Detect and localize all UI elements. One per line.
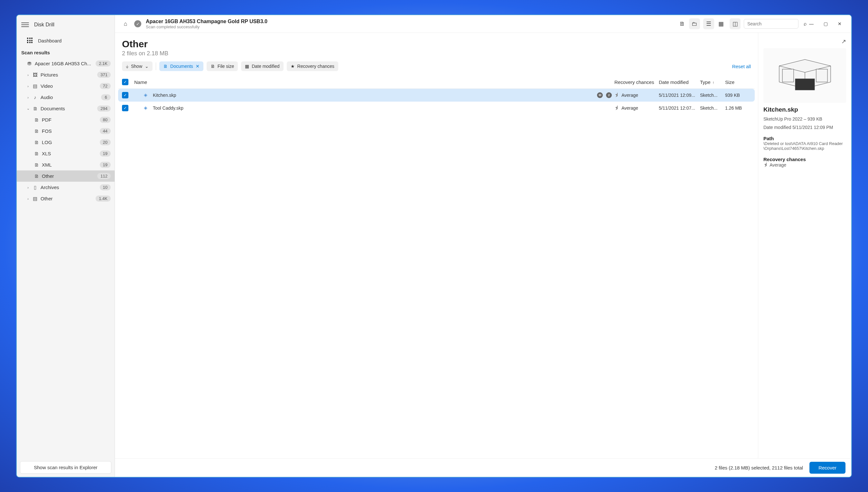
- sidebar-item-badge: 19: [100, 150, 111, 156]
- recovery-value: Average: [621, 93, 638, 98]
- topbar-title: Apacer 16GB AH353 Champagne Gold RP USB3…: [146, 19, 267, 24]
- sidebar: Disk Drill Dashboard Scan results ⛃ Apac…: [17, 15, 115, 477]
- preview-path-section: Path \Deleted or lost\ADATA AI910 Card R…: [764, 136, 846, 151]
- sidebar-item-label: Pictures: [41, 72, 95, 77]
- row-checkbox[interactable]: ✓: [122, 105, 128, 111]
- sidebar-item-label: LOG: [42, 140, 97, 145]
- sidebar-item-pdf[interactable]: 🗎 PDF 80: [17, 114, 115, 125]
- sidebar-item-pictures[interactable]: › 🖼 Pictures 371: [17, 69, 115, 80]
- sidebar-item-xml[interactable]: 🗎 XML 19: [17, 159, 115, 170]
- filter-label: Show: [131, 64, 142, 69]
- sidebar-item-label: Video: [41, 83, 97, 89]
- view-mode-group-1: 🗎 🗀: [677, 18, 700, 29]
- row-checkbox[interactable]: ✓: [122, 92, 128, 98]
- sidebar-item-label: XML: [42, 162, 97, 168]
- star-half-icon: ⯨: [764, 162, 769, 168]
- svg-rect-2: [816, 69, 827, 82]
- dashboard-label: Dashboard: [38, 38, 62, 43]
- documents-filter-chip[interactable]: 🗎 Documents ✕: [159, 62, 204, 71]
- preview-title: Kitchen.skp: [764, 106, 846, 113]
- svg-rect-0: [795, 79, 815, 90]
- column-type[interactable]: Type↑: [700, 79, 723, 85]
- sidebar-item-other[interactable]: 🗎 Other 112: [17, 170, 115, 182]
- star-half-icon: ⯨: [614, 92, 619, 98]
- minimize-button[interactable]: —: [805, 19, 818, 29]
- svg-rect-1: [782, 69, 794, 82]
- preview-path-label: Path: [764, 136, 846, 141]
- expand-icon[interactable]: ↗: [841, 38, 846, 45]
- panel-toggle-icon[interactable]: ◫: [730, 18, 741, 29]
- list-view-icon[interactable]: ☰: [703, 18, 714, 29]
- grid-view-icon[interactable]: ▦: [715, 18, 726, 29]
- filter-bar: ⏚ Show ⌄ 🗎 Documents ✕ 🗎 File size: [115, 62, 758, 76]
- sidebar-item-label: XLS: [42, 151, 97, 156]
- show-filter-button[interactable]: ⏚ Show ⌄: [122, 62, 153, 71]
- chevron-down-icon: ⌄: [145, 64, 149, 69]
- sidebar-item-fos[interactable]: 🗎 FOS 44: [17, 125, 115, 137]
- sidebar-item-archives[interactable]: › ▯ Archives 10: [17, 182, 115, 193]
- column-name[interactable]: Name: [134, 79, 612, 85]
- column-date[interactable]: Date modified: [659, 79, 698, 85]
- listing: Other 2 files on 2.18 MB ⏚ Show ⌄ 🗎 Docu…: [115, 33, 758, 458]
- maximize-button[interactable]: ▢: [819, 19, 832, 29]
- recovery-value: Average: [621, 105, 638, 110]
- folder-icon[interactable]: 🗀: [689, 18, 700, 29]
- reset-all-link[interactable]: Reset all: [732, 64, 751, 69]
- chevron-right-icon: ›: [26, 84, 30, 88]
- sidebar-item-xls[interactable]: 🗎 XLS 19: [17, 148, 115, 159]
- preview-icon[interactable]: 👁: [597, 92, 603, 98]
- sort-ascending-icon: ↑: [712, 80, 714, 85]
- sidebar-item-log[interactable]: 🗎 LOG 20: [17, 137, 115, 148]
- file-size-filter-chip[interactable]: 🗎 File size: [207, 62, 238, 71]
- status-text: 2 files (2.18 MB) selected, 2112 files t…: [715, 465, 803, 470]
- column-recovery[interactable]: Recovery chances: [614, 79, 656, 85]
- sidebar-item-audio[interactable]: › ♪ Audio 6: [17, 92, 115, 103]
- sidebar-item-badge: 72: [100, 83, 111, 89]
- hex-icon[interactable]: #: [606, 92, 612, 98]
- star-icon: ★: [290, 64, 295, 69]
- select-all-checkbox[interactable]: ✓: [122, 79, 128, 85]
- close-icon[interactable]: ✕: [196, 64, 200, 69]
- sidebar-item-video[interactable]: › ▤ Video 72: [17, 80, 115, 92]
- window-controls: — ▢ ✕: [805, 19, 846, 29]
- document-icon: 🗎: [33, 162, 39, 168]
- divider: [156, 63, 156, 70]
- listing-header: Other 2 files on 2.18 MB: [115, 33, 758, 62]
- sidebar-item-badge: 80: [100, 117, 111, 123]
- filter-label: File size: [217, 64, 234, 69]
- app-title: Disk Drill: [34, 22, 54, 28]
- date-modified-filter-chip[interactable]: ▦ Date modified: [241, 62, 283, 71]
- show-in-explorer-button[interactable]: Show scan results in Explorer: [20, 461, 111, 474]
- document-icon: 🗎: [33, 117, 39, 123]
- recover-button[interactable]: Recover: [810, 462, 845, 474]
- drive-icon: ⛃: [26, 61, 32, 67]
- table-row[interactable]: ✓ ◈ Tool Caddy.skp ⯨Average 5/11/2021 12…: [118, 102, 755, 115]
- preview-recovery-section: Recovery chances ⯨ Average: [764, 156, 846, 168]
- sidebar-item-label: Documents: [41, 106, 95, 111]
- file-icon[interactable]: 🗎: [677, 18, 688, 29]
- sidebar-item-badge: 294: [97, 105, 111, 112]
- table-row[interactable]: ✓ ◈ Kitchen.skp 👁 # ⯨Average 5/11/2021 1…: [118, 89, 755, 102]
- home-icon[interactable]: ⌂: [120, 18, 131, 29]
- menu-icon[interactable]: [21, 21, 29, 29]
- close-button[interactable]: ✕: [833, 19, 846, 29]
- size-value: 939 KB: [725, 93, 751, 98]
- search-input[interactable]: [747, 21, 804, 26]
- column-size[interactable]: Size: [725, 79, 751, 85]
- status-bar: 2 files (2.18 MB) selected, 2112 files t…: [115, 458, 851, 477]
- sidebar-item-documents[interactable]: ⌄ 🗎 Documents 294: [17, 103, 115, 114]
- sidebar-item-other-root[interactable]: › ▤ Other 1.4K: [17, 193, 115, 204]
- recovery-filter-chip[interactable]: ★ Recovery chances: [287, 62, 338, 71]
- picture-icon: 🖼: [32, 72, 38, 77]
- sidebar-item-drive[interactable]: ⛃ Apacer 16GB AH353 Ch... 2.1K: [17, 58, 115, 69]
- search-box[interactable]: ⌕: [744, 19, 798, 29]
- calendar-icon: ▦: [245, 64, 249, 69]
- sidebar-item-label: Archives: [41, 184, 97, 190]
- filter-icon: ⏚: [126, 64, 128, 69]
- file-table: ✓ Name Recovery chances Date modified Ty…: [115, 76, 758, 115]
- scan-results-label: Scan results: [17, 47, 115, 58]
- sidebar-item-badge: 20: [100, 139, 111, 145]
- sidebar-item-dashboard[interactable]: Dashboard: [17, 34, 115, 47]
- sidebar-item-badge: 2.1K: [96, 60, 111, 67]
- archive-icon: ▯: [32, 184, 38, 190]
